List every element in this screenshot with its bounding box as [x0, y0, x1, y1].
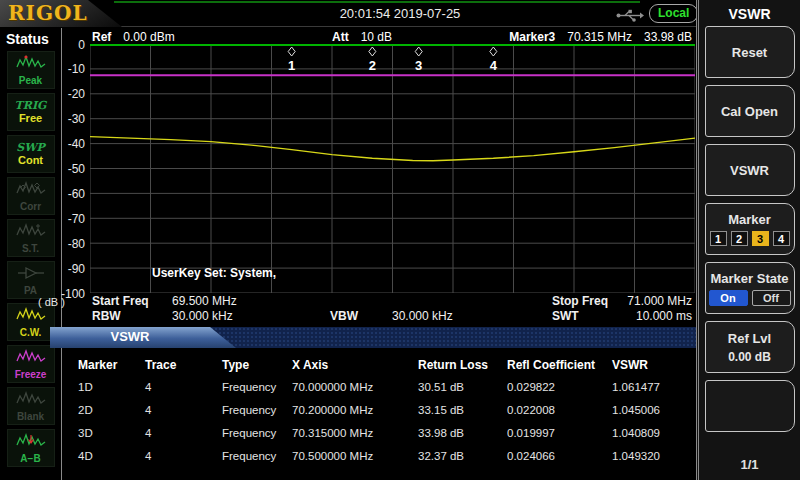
- trace-plot: 1234: [90, 44, 695, 293]
- marker-2-option[interactable]: 2: [731, 231, 748, 246]
- table-cell: 1.061477: [612, 381, 696, 395]
- table-cell: 4: [145, 450, 222, 464]
- status-label-pa: PA: [24, 285, 37, 296]
- status-indicator-corr: Corr: [7, 177, 55, 215]
- freeze-waveform-icon: [16, 349, 46, 369]
- menu-marker-state-button[interactable]: Marker StateOnOff: [705, 262, 795, 314]
- marker-readout-value: 33.98 dB: [644, 30, 692, 44]
- status-label-cw: C.W.: [20, 327, 42, 338]
- rbw-value: 30.000 kHz: [172, 309, 233, 323]
- table-cell: 1.040809: [612, 427, 696, 441]
- att-label: Att: [332, 30, 349, 44]
- marker-state-off-option[interactable]: Off: [752, 290, 791, 306]
- table-cell: 33.15 dB: [418, 404, 507, 418]
- pa-amplifier-icon: [16, 265, 46, 285]
- y-axis-labels: 0-10-20-30-40-50-60-70-80-90-100: [56, 44, 87, 293]
- table-cell: 4: [145, 404, 222, 418]
- table-cell: 70.000000 MHz: [292, 381, 418, 395]
- column-header: Return Loss: [418, 358, 507, 372]
- table-cell: Frequency: [222, 450, 292, 464]
- status-label-peak: Peak: [19, 75, 42, 86]
- menu-empty-slot: [705, 380, 795, 432]
- table-cell: 33.98 dB: [418, 427, 507, 441]
- status-indicator-pa: PA: [7, 261, 55, 299]
- table-cell: 70.500000 MHz: [292, 450, 418, 464]
- table-cell: 70.200000 MHz: [292, 404, 418, 418]
- marker-4-option[interactable]: 4: [773, 231, 790, 246]
- menu-marker-state-label: Marker State: [710, 271, 788, 286]
- marker-readout-freq: 70.315 MHz: [567, 30, 632, 44]
- analyzer-screen: RIGOL 20:01:54 2019-07-25 Local Status P…: [0, 0, 800, 480]
- function-bar: VSWR: [50, 327, 696, 348]
- ref-level-readout: Ref0.00 dBm: [92, 30, 175, 44]
- marker-1-flag: 1: [288, 58, 295, 73]
- status-indicator-st: S.T.: [7, 219, 55, 257]
- menu-cal-open-button[interactable]: Cal Open: [705, 85, 795, 137]
- y-tick--70: -70: [68, 212, 85, 226]
- soft-menu: VSWR ResetCal OpenVSWRMarker1234Marker S…: [696, 0, 800, 480]
- status-indicator-ab: A−B: [7, 429, 55, 467]
- y-tick--30: -30: [68, 112, 85, 126]
- usb-icon: [616, 8, 644, 26]
- marker-readout-label: Marker3: [509, 30, 555, 44]
- status-indicator-trig: TRIGFree: [7, 93, 55, 131]
- marker-1-option[interactable]: 1: [710, 231, 727, 246]
- active-marker-readout: Marker370.315 MHz33.98 dB: [509, 30, 692, 44]
- ab-waveform-icon: [16, 433, 46, 453]
- menu-marker-button[interactable]: Marker1234: [705, 203, 795, 255]
- attenuation-readout: Att10 dB: [332, 30, 392, 44]
- marker-4-flag: 4: [490, 58, 498, 73]
- menu-page-indicator: 1/1: [699, 457, 800, 472]
- status-label-swp: Cont: [18, 154, 43, 166]
- status-label-blank: Blank: [17, 411, 44, 422]
- table-row-1: 1D4Frequency70.000000 MHz30.51 dB0.02982…: [62, 381, 696, 395]
- column-header: VSWR: [612, 358, 696, 372]
- marker-1-diamond: [288, 47, 295, 56]
- table-cell: 0.029822: [507, 381, 612, 395]
- status-label-trig: Free: [19, 112, 42, 124]
- table-cell: 0.022008: [507, 404, 612, 418]
- menu-marker-label: Marker: [728, 212, 771, 227]
- y-tick--60: -60: [68, 187, 85, 201]
- table-cell: 0.019997: [507, 427, 612, 441]
- marker-state-on-option[interactable]: On: [709, 290, 748, 306]
- menu-vswr-button[interactable]: VSWR: [705, 144, 795, 196]
- table-cell: Frequency: [222, 404, 292, 418]
- status-tag-trig: TRIG: [15, 100, 47, 112]
- column-header: X Axis: [292, 358, 418, 372]
- y-tick--50: -50: [68, 162, 85, 176]
- rigol-logo: RIGOL: [8, 1, 88, 25]
- table-cell: 70.315000 MHz: [292, 427, 418, 441]
- ref-lvl-value: 0.00 dB: [728, 350, 771, 364]
- stop-freq-value: 71.000 MHz: [627, 294, 692, 308]
- start-freq-label: Start Freq: [92, 294, 149, 308]
- menu-cal-open-label: Cal Open: [721, 104, 778, 119]
- top-bar: RIGOL 20:01:54 2019-07-25 Local: [0, 0, 800, 27]
- status-panel-title: Status: [0, 28, 61, 51]
- userkey-message: UserKey Set: System,: [152, 266, 276, 280]
- local-mode-badge: Local: [649, 4, 698, 23]
- st-waveform-icon: [16, 223, 46, 243]
- status-label-ab: A−B: [20, 453, 40, 464]
- table-cell: 2D: [78, 404, 145, 418]
- column-header: Marker: [78, 358, 145, 372]
- rbw-label: RBW: [92, 309, 121, 323]
- marker-2-flag: 2: [369, 58, 376, 73]
- swt-label: SWT: [552, 309, 579, 323]
- table-cell: Frequency: [222, 427, 292, 441]
- blank-waveform-icon: [16, 391, 46, 411]
- peak-waveform-icon: [16, 55, 46, 75]
- att-value: 10 dB: [361, 30, 392, 44]
- status-tag-swp: SWP: [16, 142, 45, 154]
- status-label-freeze: Freeze: [15, 369, 47, 380]
- table-cell: 4D: [78, 450, 145, 464]
- status-indicator-cw: C.W.: [7, 303, 55, 341]
- menu-ref-lvl-button[interactable]: Ref Lvl0.00 dB: [705, 321, 795, 373]
- corr-waveform-icon: [16, 181, 46, 201]
- menu-reset-button[interactable]: Reset: [705, 26, 795, 78]
- marker-3-option[interactable]: 3: [752, 231, 769, 246]
- table-cell: 1.049320: [612, 450, 696, 464]
- table-cell: Frequency: [222, 381, 292, 395]
- y-tick--10: -10: [68, 62, 85, 76]
- y-tick--80: -80: [68, 237, 85, 251]
